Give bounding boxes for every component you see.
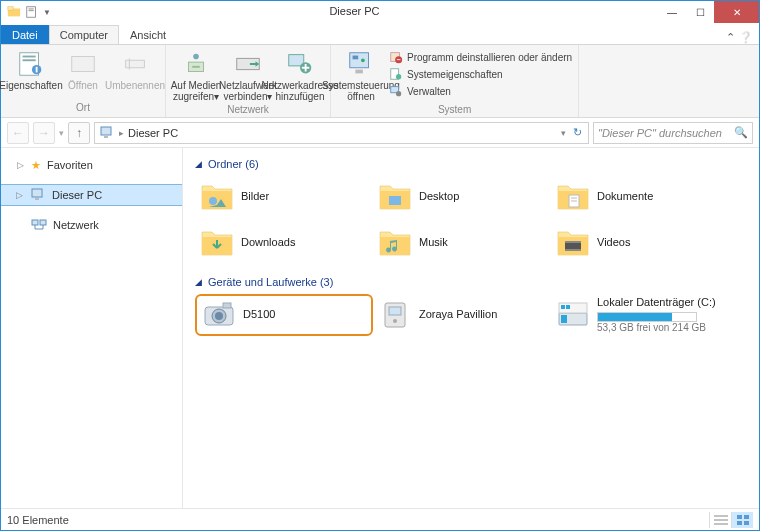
window-controls: — ☐ ✕ (658, 1, 759, 23)
properties-button[interactable]: Eigenschaften (5, 47, 57, 91)
maximize-button[interactable]: ☐ (686, 1, 714, 23)
svg-point-24 (361, 58, 365, 62)
svg-rect-64 (737, 515, 742, 519)
breadcrumb-item[interactable]: Dieser PC (128, 127, 178, 139)
svg-point-13 (193, 54, 199, 60)
disclose-icon[interactable]: ▷ (16, 190, 24, 200)
forward-button[interactable]: → (33, 122, 55, 144)
search-icon: 🔍 (734, 126, 748, 139)
svg-rect-1 (8, 7, 13, 11)
address-bar[interactable]: ▸ Dieser PC ▾ ↻ (94, 122, 589, 144)
svg-rect-59 (561, 305, 565, 309)
group-header-drives[interactable]: ◢Geräte und Laufwerke (3) (195, 276, 747, 288)
svg-rect-10 (72, 57, 95, 72)
window-title: Dieser PC (51, 1, 658, 23)
svg-rect-15 (192, 66, 200, 68)
sidebar-item-this-pc[interactable]: ▷ Dieser PC (1, 184, 182, 206)
svg-rect-32 (101, 127, 111, 135)
this-pc-icon (30, 187, 46, 203)
item-count: 10 Elemente (7, 514, 69, 526)
sidebar-item-network[interactable]: ▷ Netzwerk (1, 214, 182, 236)
svg-rect-67 (744, 521, 749, 525)
svg-rect-36 (32, 220, 38, 225)
svg-point-51 (215, 312, 223, 320)
svg-rect-4 (29, 10, 34, 11)
svg-rect-52 (223, 303, 231, 308)
recent-locations-icon[interactable]: ▾ (59, 128, 64, 138)
refresh-button[interactable]: ↻ (570, 126, 584, 139)
group-header-folders[interactable]: ◢Ordner (6) (195, 158, 747, 170)
body: ▷ ★ Favoriten ▷ Dieser PC ▷ Netzwerk ◢Or… (1, 148, 759, 508)
folder-tile-bilder[interactable]: Bilder (195, 176, 373, 218)
status-bar: 10 Elemente (1, 508, 759, 530)
group-label-network: Netzwerk (227, 102, 269, 117)
uninstall-program-button[interactable]: Programm deinstallieren oder ändern (387, 49, 574, 65)
help-icon[interactable]: ❔ (739, 31, 753, 44)
folder-icon (377, 225, 413, 261)
svg-rect-42 (389, 196, 401, 205)
svg-rect-33 (104, 136, 108, 138)
tab-view[interactable]: Ansicht (119, 25, 177, 44)
device-icon (377, 297, 413, 333)
svg-rect-57 (561, 315, 567, 323)
back-button[interactable]: ← (7, 122, 29, 144)
svg-rect-11 (126, 60, 145, 68)
svg-rect-2 (27, 7, 36, 18)
manage-button[interactable]: Verwalten (387, 83, 574, 99)
group-label-system: System (438, 102, 471, 117)
svg-point-41 (209, 197, 217, 205)
svg-rect-54 (389, 307, 401, 315)
qat-dropdown-icon[interactable]: ▼ (43, 8, 51, 17)
folder-tile-musik[interactable]: Musik (373, 222, 551, 264)
drive-tile-d5100[interactable]: D5100 (195, 294, 373, 336)
svg-rect-47 (565, 241, 581, 243)
up-button[interactable]: ↑ (68, 122, 90, 144)
svg-point-29 (396, 74, 401, 79)
group-label-location: Ort (76, 100, 90, 115)
svg-rect-34 (32, 189, 42, 197)
svg-rect-7 (23, 59, 36, 61)
add-network-location-button[interactable]: Netzwerkadresse hinzufügen (274, 47, 326, 102)
disclose-icon[interactable]: ▷ (17, 160, 25, 170)
folder-icon (199, 179, 235, 215)
folder-tile-dokumente[interactable]: Dokumente (551, 176, 729, 218)
svg-rect-60 (566, 305, 570, 309)
tiles-view-button[interactable] (731, 512, 753, 528)
folder-icon (377, 179, 413, 215)
svg-rect-37 (40, 220, 46, 225)
ribbon-collapse-icon[interactable]: ⌃ (726, 31, 735, 44)
close-button[interactable]: ✕ (714, 1, 759, 23)
svg-rect-3 (29, 9, 34, 10)
search-input[interactable]: "Dieser PC" durchsuchen 🔍 (593, 122, 753, 144)
control-panel-button[interactable]: Systemsteuerung öffnen (335, 47, 387, 102)
properties-icon[interactable] (25, 5, 39, 19)
sidebar-item-favorites[interactable]: ▷ ★ Favoriten (1, 154, 182, 176)
minimize-button[interactable]: — (658, 1, 686, 23)
tab-file[interactable]: Datei (1, 25, 49, 44)
details-view-button[interactable] (709, 512, 731, 528)
svg-rect-48 (565, 249, 581, 251)
folder-icon (555, 225, 591, 261)
folders-tiles: Bilder Desktop Dokumente Downloads Musik (195, 176, 747, 264)
drive-tile-cdrive[interactable]: Lokaler Datenträger (C:) 53,3 GB frei vo… (551, 294, 729, 336)
open-button: Öffnen (57, 47, 109, 91)
camera-icon (201, 297, 237, 333)
app-icon (7, 5, 21, 19)
star-icon: ★ (31, 159, 41, 172)
address-dropdown-icon[interactable]: ▾ (561, 128, 566, 138)
tab-computer[interactable]: Computer (49, 25, 119, 44)
explorer-window: ▼ Dieser PC — ☐ ✕ Datei Computer Ansicht… (0, 0, 760, 531)
svg-point-55 (393, 319, 397, 323)
drive-tile-pavillion[interactable]: Zoraya Pavillion (373, 294, 551, 336)
media-access-button[interactable]: Auf Medien zugreifen▾ (170, 47, 222, 102)
folder-tile-videos[interactable]: Videos (551, 222, 729, 264)
svg-rect-65 (744, 515, 749, 519)
ribbon-tabs: Datei Computer Ansicht ⌃ ❔ (1, 23, 759, 45)
folder-tile-desktop[interactable]: Desktop (373, 176, 551, 218)
svg-rect-22 (355, 70, 363, 74)
folder-tile-downloads[interactable]: Downloads (195, 222, 373, 264)
system-properties-button[interactable]: Systemeigenschaften (387, 66, 574, 82)
svg-rect-6 (23, 56, 36, 58)
navigation-pane: ▷ ★ Favoriten ▷ Dieser PC ▷ Netzwerk (1, 148, 183, 508)
content-pane: ◢Ordner (6) Bilder Desktop Dokumente (183, 148, 759, 508)
